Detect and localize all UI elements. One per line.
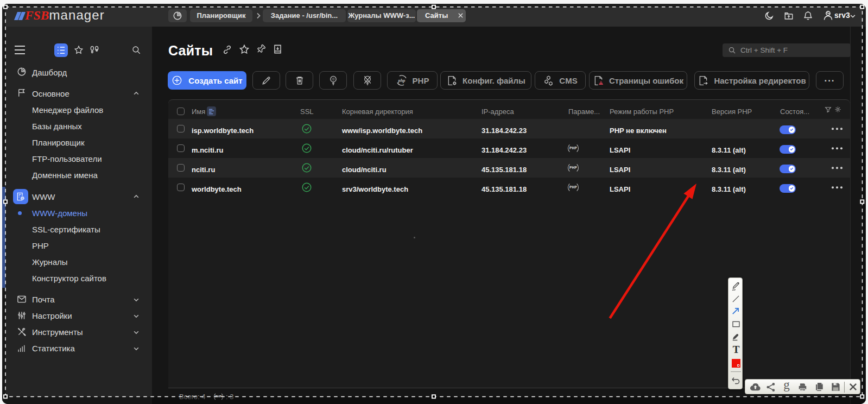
svg-text:php: php — [397, 78, 405, 83]
